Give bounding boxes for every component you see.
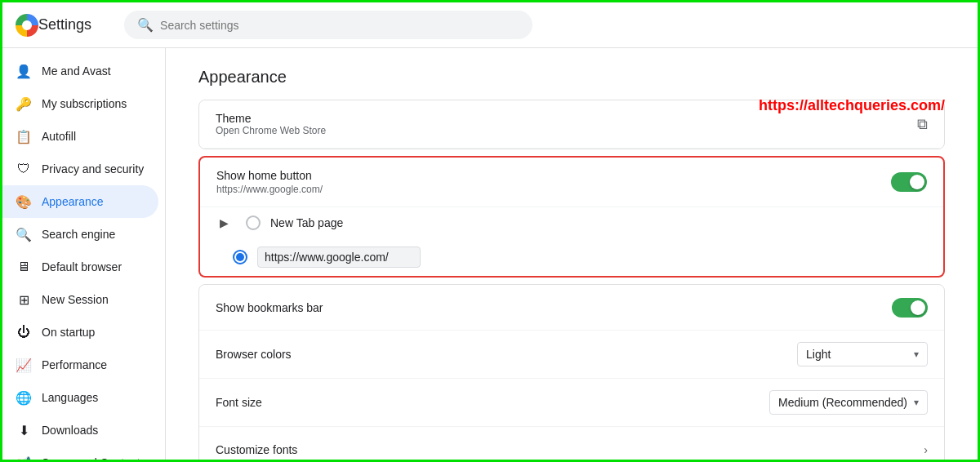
globe-icon: 🌐 — [16, 389, 32, 406]
font-size-control: Medium (Recommended) ▾ — [769, 390, 928, 415]
show-home-button-row: Show home button https://www.google.com/ — [200, 158, 943, 207]
home-button-label: Show home button — [216, 169, 891, 182]
theme-info: Theme Open Chrome Web Store — [216, 112, 917, 136]
watermark: https://alltechqueries.com/ — [759, 97, 945, 114]
radio-new-tab-circle[interactable] — [246, 215, 261, 230]
sponsored-icon: 📢 — [16, 455, 32, 460]
sidebar-item-me-avast[interactable]: 👤 Me and Avast — [2, 55, 158, 87]
external-link-icon[interactable]: ⧉ — [917, 116, 928, 133]
browser-colors-label-group: Browser colors — [216, 348, 797, 361]
app-logo — [16, 14, 38, 37]
customize-fonts-label-group: Customize fonts — [216, 443, 924, 456]
search-bar[interactable]: 🔍 — [124, 11, 532, 39]
font-size-label: Font size — [216, 396, 769, 409]
browser-colors-control: Light ▾ — [797, 342, 928, 366]
search-input[interactable] — [160, 19, 519, 32]
sidebar-item-performance[interactable]: 📈 Performance — [2, 349, 158, 381]
customize-fonts-row[interactable]: Customize fonts › — [199, 427, 944, 460]
font-size-dropdown-arrow: ▾ — [914, 397, 919, 408]
sidebar-item-autofill[interactable]: 📋 Autofill — [2, 120, 158, 153]
sidebar-item-downloads[interactable]: ⬇ Downloads — [2, 414, 158, 446]
performance-icon: 📈 — [16, 357, 32, 373]
content-area: Appearance https://alltechqueries.com/ T… — [166, 48, 978, 460]
sidebar-item-subscriptions[interactable]: 🔑 My subscriptions — [2, 87, 158, 120]
bookmarks-toggle[interactable] — [892, 298, 928, 318]
search-icon: 🔍 — [137, 17, 154, 33]
radio-new-tab-label: New Tab page — [270, 216, 343, 229]
sidebar: 👤 Me and Avast 🔑 My subscriptions 📋 Auto… — [2, 48, 166, 460]
browser-colors-dropdown[interactable]: Light ▾ — [797, 342, 928, 366]
dropdown-arrow-icon: ▾ — [914, 349, 919, 360]
home-button-sublabel: https://www.google.com/ — [216, 184, 891, 195]
customize-fonts-label: Customize fonts — [216, 443, 924, 456]
bookmarks-section: Show bookmarks bar Browser colors Light … — [198, 284, 945, 460]
startup-icon: ⏻ — [16, 324, 32, 340]
browser-colors-value: Light — [806, 348, 831, 361]
radio-url-row — [200, 238, 943, 276]
font-size-label-group: Font size — [216, 396, 769, 409]
theme-sublabel: Open Chrome Web Store — [216, 125, 917, 136]
radio-new-tab-row: ▶ New Tab page — [200, 207, 943, 238]
home-button-control — [891, 172, 927, 192]
sidebar-item-on-startup[interactable]: ⏻ On startup — [2, 316, 158, 349]
sidebar-item-languages[interactable]: 🌐 Languages — [2, 381, 158, 414]
font-size-row: Font size Medium (Recommended) ▾ — [199, 379, 944, 427]
home-button-label-group: Show home button https://www.google.com/ — [216, 169, 891, 195]
font-size-value: Medium (Recommended) — [778, 396, 907, 409]
download-icon: ⬇ — [16, 422, 32, 438]
home-button-section: Show home button https://www.google.com/… — [198, 156, 945, 278]
chevron-right-icon: › — [924, 443, 928, 456]
browser-icon: 🖥 — [16, 259, 32, 275]
browser-colors-row: Browser colors Light ▾ — [199, 331, 944, 379]
appearance-icon: 🎨 — [16, 193, 32, 210]
sidebar-item-appearance[interactable]: 🎨 Appearance — [2, 185, 158, 218]
session-icon: ⊞ — [16, 291, 32, 308]
bookmarks-label-group: Show bookmarks bar — [216, 301, 892, 314]
radio-url-circle[interactable] — [233, 250, 247, 264]
bookmarks-label: Show bookmarks bar — [216, 301, 892, 314]
home-button-toggle[interactable] — [891, 172, 927, 192]
sidebar-item-search[interactable]: 🔍 Search engine — [2, 218, 158, 251]
autofill-icon: 📋 — [16, 128, 32, 144]
main-layout: 👤 Me and Avast 🔑 My subscriptions 📋 Auto… — [2, 48, 978, 460]
shield-icon: 🛡 — [16, 161, 32, 177]
browser-colors-label: Browser colors — [216, 348, 797, 361]
sidebar-item-sponsored[interactable]: 📢 Sponsored Content — [2, 446, 158, 460]
bookmarks-row: Show bookmarks bar — [199, 285, 944, 331]
person-icon: 👤 — [16, 63, 32, 79]
cursor-arrow: ▶ — [220, 216, 229, 229]
sidebar-item-privacy[interactable]: 🛡 Privacy and security — [2, 153, 158, 185]
page-title: Appearance — [198, 68, 945, 87]
search-nav-icon: 🔍 — [16, 226, 32, 242]
customize-fonts-control: › — [924, 443, 928, 456]
topbar: Settings 🔍 — [2, 2, 978, 48]
bookmarks-control — [892, 298, 928, 318]
home-button-url-input[interactable] — [257, 247, 421, 268]
app-title: Settings — [38, 16, 91, 33]
sidebar-item-new-session[interactable]: ⊞ New Session — [2, 283, 158, 316]
key-icon: 🔑 — [16, 96, 32, 112]
font-size-dropdown[interactable]: Medium (Recommended) ▾ — [769, 390, 928, 415]
sidebar-item-default-browser[interactable]: 🖥 Default browser — [2, 251, 158, 283]
